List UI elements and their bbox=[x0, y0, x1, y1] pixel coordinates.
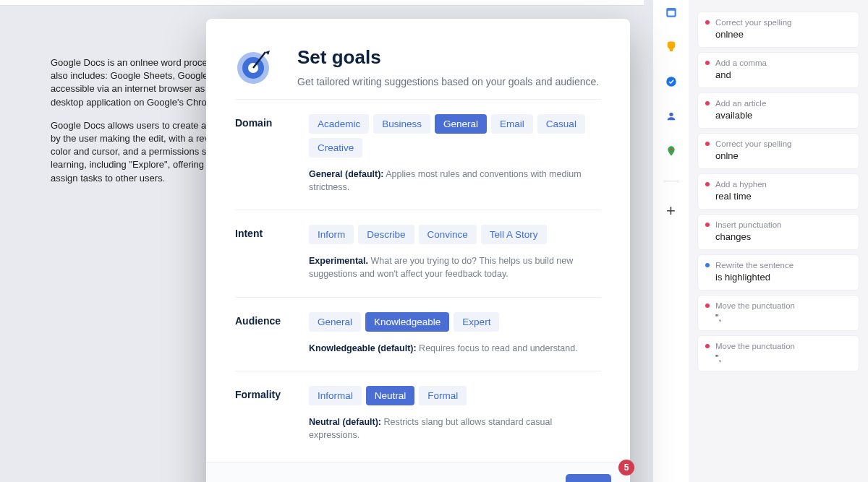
suggestion-label: Correct your spelling bbox=[715, 18, 850, 27]
audience-option-general[interactable]: General bbox=[309, 312, 361, 332]
suggestion-dot-icon bbox=[705, 20, 710, 25]
domain-option-casual[interactable]: Casual bbox=[537, 114, 585, 134]
suggestion-card[interactable]: Correct your spellingonlnee bbox=[697, 12, 859, 48]
tasks-icon[interactable] bbox=[663, 74, 679, 90]
suggestion-label: Rewrite the sentence bbox=[715, 261, 850, 270]
audience-option-knowledgeable[interactable]: Knowledgeable bbox=[365, 312, 449, 332]
formality-option-formal[interactable]: Formal bbox=[419, 386, 467, 405]
domain-label: Domain bbox=[235, 114, 294, 194]
audience-options: GeneralKnowledgeableExpert bbox=[309, 312, 601, 332]
suggestion-label: Move the punctuation bbox=[715, 301, 850, 310]
formality-description: Neutral (default): Restricts slang but a… bbox=[309, 416, 601, 442]
formality-option-neutral[interactable]: Neutral bbox=[366, 386, 415, 405]
suggestion-dot-icon bbox=[705, 344, 710, 348]
suggestion-value: is highlighted bbox=[715, 272, 850, 283]
add-icon[interactable]: + bbox=[663, 203, 679, 219]
suggestion-dot-icon bbox=[705, 61, 710, 65]
rail-divider bbox=[663, 181, 679, 181]
modal-footer: Reset to defaults Done bbox=[206, 462, 630, 482]
suggestion-value: and bbox=[715, 69, 850, 80]
suggestion-card[interactable]: Correct your spellingonlne bbox=[697, 133, 859, 169]
formality-option-informal[interactable]: Informal bbox=[309, 386, 362, 405]
formality-section: FormalityInformalNeutralFormalNeutral (d… bbox=[235, 371, 601, 462]
domain-description: General (default): Applies most rules an… bbox=[309, 168, 601, 194]
audience-description: Knowledgeable (default): Requires focus … bbox=[309, 342, 601, 355]
suggestion-label: Add a comma bbox=[715, 59, 850, 67]
suggestion-dot-icon bbox=[705, 304, 710, 308]
intent-description: Experimental. What are you trying to do?… bbox=[309, 254, 601, 280]
side-app-rail: + bbox=[652, 0, 689, 482]
domain-option-creative[interactable]: Creative bbox=[309, 138, 362, 158]
suggestion-value: real time bbox=[715, 191, 850, 202]
modal-header: Set goals Get tailored writing suggestio… bbox=[235, 46, 601, 99]
svg-point-3 bbox=[669, 113, 673, 116]
suggestions-panel: Correct your spellingonlneeAdd a commaan… bbox=[689, 0, 868, 482]
intent-options: InformDescribeConvinceTell A Story bbox=[309, 225, 601, 244]
intent-label: Intent bbox=[235, 225, 294, 280]
goals-modal: Set goals Get tailored writing suggestio… bbox=[206, 19, 630, 482]
suggestion-value: onlnee bbox=[715, 29, 850, 40]
suggestion-label: Move the punctuation bbox=[715, 342, 850, 350]
domain-section: DomainAcademicBusinessGeneralEmailCasual… bbox=[235, 99, 601, 210]
intent-option-tell-a-story[interactable]: Tell A Story bbox=[481, 225, 547, 244]
modal-title: Set goals bbox=[297, 46, 599, 69]
issue-counter-badge[interactable]: 5 bbox=[618, 460, 634, 475]
suggestion-value: onlne bbox=[715, 150, 850, 161]
domain-option-email[interactable]: Email bbox=[491, 114, 533, 134]
intent-option-describe[interactable]: Describe bbox=[358, 225, 414, 244]
domain-option-business[interactable]: Business bbox=[373, 114, 430, 134]
suggestion-value: ", bbox=[715, 312, 850, 323]
suggestion-label: Add an article bbox=[715, 99, 850, 108]
top-toolbar bbox=[0, 0, 644, 6]
done-button[interactable]: Done bbox=[566, 474, 611, 482]
suggestion-card[interactable]: Add a commaand bbox=[697, 52, 859, 88]
suggestion-card[interactable]: Insert punctuationchanges bbox=[697, 214, 859, 250]
calendar-icon[interactable] bbox=[663, 4, 679, 20]
suggestion-card[interactable]: Rewrite the sentenceis highlighted bbox=[697, 254, 859, 291]
domain-body: AcademicBusinessGeneralEmailCasualCreati… bbox=[309, 114, 601, 194]
formality-body: InformalNeutralFormalNeutral (default): … bbox=[309, 386, 601, 442]
suggestion-label: Correct your spelling bbox=[715, 139, 850, 148]
audience-option-expert[interactable]: Expert bbox=[454, 312, 499, 332]
contacts-icon[interactable] bbox=[663, 108, 679, 124]
audience-section: AudienceGeneralKnowledgeableExpertKnowle… bbox=[235, 297, 601, 371]
suggestion-label: Add a hyphen bbox=[715, 180, 850, 189]
suggestion-card[interactable]: Move the punctuation", bbox=[697, 295, 859, 331]
suggestion-value: available bbox=[715, 110, 850, 121]
suggestion-dot-icon bbox=[705, 263, 710, 267]
suggestion-dot-icon bbox=[705, 142, 710, 146]
suggestion-card[interactable]: Move the punctuation", bbox=[697, 335, 859, 371]
suggestion-dot-icon bbox=[705, 223, 710, 227]
intent-option-inform[interactable]: Inform bbox=[309, 225, 354, 244]
suggestion-card[interactable]: Add a hyphenreal time bbox=[697, 173, 859, 210]
svg-rect-1 bbox=[668, 11, 674, 16]
intent-section: IntentInformDescribeConvinceTell A Story… bbox=[235, 210, 601, 296]
svg-point-4 bbox=[670, 148, 672, 150]
suggestion-dot-icon bbox=[705, 101, 710, 106]
suggestion-value: ", bbox=[715, 353, 850, 363]
keep-icon[interactable] bbox=[663, 39, 679, 55]
audience-label: Audience bbox=[235, 312, 294, 355]
audience-body: GeneralKnowledgeableExpertKnowledgeable … bbox=[309, 312, 601, 355]
domain-option-general[interactable]: General bbox=[435, 114, 487, 134]
domain-option-academic[interactable]: Academic bbox=[309, 114, 369, 134]
intent-option-convince[interactable]: Convince bbox=[419, 225, 477, 244]
formality-label: Formality bbox=[235, 386, 294, 442]
intent-body: InformDescribeConvinceTell A StoryExperi… bbox=[309, 225, 601, 280]
suggestion-value: changes bbox=[715, 231, 850, 242]
suggestion-card[interactable]: Add an articleavailable bbox=[697, 92, 859, 129]
domain-options: AcademicBusinessGeneralEmailCasualCreati… bbox=[309, 114, 601, 158]
maps-icon[interactable] bbox=[663, 143, 679, 159]
modal-subtitle: Get tailored writing suggestions based o… bbox=[297, 76, 599, 87]
formality-options: InformalNeutralFormal bbox=[309, 386, 601, 405]
suggestion-label: Insert punctuation bbox=[715, 220, 850, 229]
svg-point-2 bbox=[666, 77, 676, 87]
target-icon bbox=[235, 46, 274, 85]
suggestion-dot-icon bbox=[705, 182, 710, 186]
